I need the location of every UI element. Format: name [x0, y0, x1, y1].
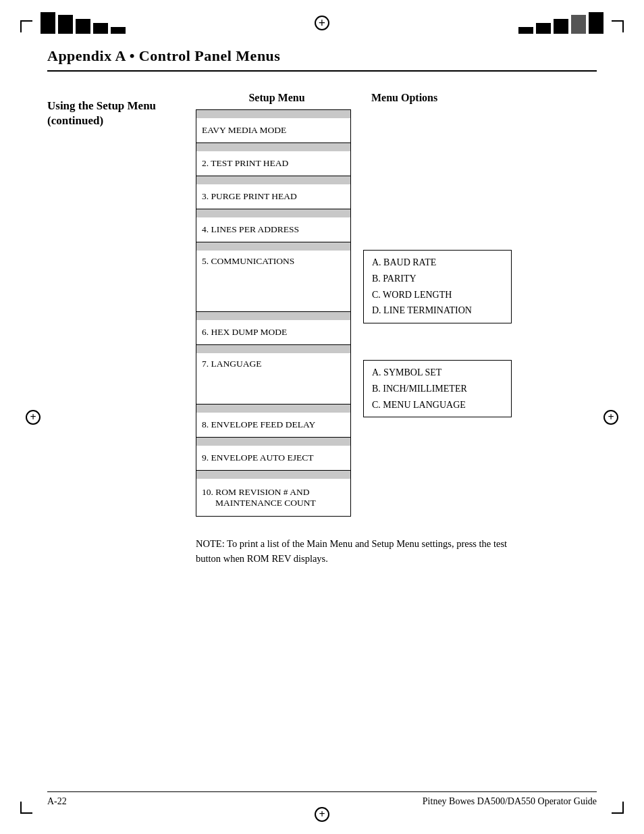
menu-item-test-print: 2. TEST PRINT HEAD [196, 151, 350, 176]
note-section: NOTE: To print a list of the Main Menu a… [196, 537, 533, 567]
column-headers: Setup Menu Menu Options [196, 92, 597, 104]
bar [58, 15, 73, 34]
bar [93, 23, 108, 34]
comm-opt-b: B. PARITY [372, 271, 503, 287]
reg-marks-bottom: + [0, 807, 644, 822]
bar [536, 23, 551, 34]
menu-item-language: 7. LANGUAGE [196, 353, 350, 404]
options-area: A. BAUD RATE B. PARITY C. WORD LENGTH D.… [356, 109, 597, 517]
crosshair-left: + [26, 410, 41, 425]
lang-opt-a: A. SYMBOL SET [372, 365, 503, 381]
comm-opt-a: A. BAUD RATE [372, 255, 503, 271]
setup-menu-header: Setup Menu [196, 92, 358, 104]
crosshair-top-center [315, 16, 329, 30]
setup-menu-table: EAVY MEDIA MODE 2. TEST PRINT HEAD 3. PU… [196, 109, 351, 517]
left-sidebar: Using the Setup Menu (continued) [47, 92, 182, 567]
page-content: Appendix A • Control Panel Menus Using t… [47, 47, 597, 780]
menu-item-hex: 6. HEX DUMP MODE [196, 320, 350, 344]
page-title: Appendix A • Control Panel Menus [47, 47, 597, 65]
table-row: 3. PURGE PRINT HEAD [196, 176, 350, 209]
bar [111, 27, 126, 34]
language-options-row: A. SYMBOL SET B. INCH/MILLIMETER C. MENU… [356, 352, 597, 411]
menu-options-container: EAVY MEDIA MODE 2. TEST PRINT HEAD 3. PU… [196, 109, 597, 517]
crosshair-right: + [603, 410, 618, 425]
gray-separator [196, 110, 350, 118]
reg-left-bars [41, 12, 126, 34]
options-spacer-lines [356, 209, 597, 242]
crosshair-symbol: + [26, 410, 41, 425]
menu-item-lines: 4. LINES PER ADDRESS [196, 217, 350, 242]
main-content: Setup Menu Menu Options EAVY MEDIA MODE … [182, 92, 597, 567]
options-spacer-purge [356, 176, 597, 209]
gray-separator [196, 176, 350, 184]
reg-right-bars [518, 12, 603, 34]
gray-separator [196, 345, 350, 353]
sidebar-title: Using the Setup Menu (continued) [47, 99, 182, 128]
communications-options-row: A. BAUD RATE B. PARITY C. WORD LENGTH D.… [356, 242, 597, 311]
gray-separator [196, 471, 350, 479]
table-row: 9. ENVELOPE AUTO EJECT [196, 438, 350, 471]
options-spacer-gap [356, 344, 597, 352]
lang-opt-c: C. MENU LANGUAGE [372, 397, 503, 413]
rom-line1: 10. ROM REVISION # AND [202, 487, 309, 498]
menu-item-eavy: EAVY MEDIA MODE [196, 118, 350, 142]
table-row: EAVY MEDIA MODE [196, 110, 350, 143]
gray-separator [196, 438, 350, 446]
crosshair-symbol: + [603, 410, 618, 425]
options-spacer-hex [356, 311, 597, 344]
table-row: 2. TEST PRINT HEAD [196, 143, 350, 176]
reg-marks-top [0, 12, 644, 34]
menu-item-feed-delay: 8. ENVELOPE FEED DELAY [196, 413, 350, 437]
table-row: 7. LANGUAGE [196, 345, 350, 405]
note-text: NOTE: To print a list of the Main Menu a… [196, 538, 507, 564]
language-options-box: A. SYMBOL SET B. INCH/MILLIMETER C. MENU… [363, 360, 512, 417]
bar [76, 19, 90, 34]
gray-separator [196, 405, 350, 413]
bar [589, 12, 603, 34]
lang-opt-b: B. INCH/MILLIMETER [372, 381, 503, 397]
footer-page-number: A-22 [47, 796, 67, 807]
page-title-section: Appendix A • Control Panel Menus [47, 47, 597, 72]
menu-item-communications: 5. COMMUNICATIONS [196, 251, 350, 311]
gray-separator [196, 209, 350, 217]
crosshair-bottom-center: + [315, 807, 329, 822]
gray-separator [196, 242, 350, 251]
menu-item-purge: 3. PURGE PRINT HEAD [196, 184, 350, 209]
table-row: 10. ROM REVISION # AND MAINTENANCE COUNT [196, 471, 350, 516]
bar [554, 19, 568, 34]
page-footer: A-22 Pitney Bowes DA500/DA550 Operator G… [47, 791, 597, 807]
content-area: Using the Setup Menu (continued) Setup M… [47, 92, 597, 567]
table-row: 6. HEX DUMP MODE [196, 312, 350, 345]
table-row: 8. ENVELOPE FEED DELAY [196, 405, 350, 438]
bar [518, 27, 533, 34]
menu-item-auto-eject: 9. ENVELOPE AUTO EJECT [196, 446, 350, 470]
footer-document-title: Pitney Bowes DA500/DA550 Operator Guide [423, 796, 597, 807]
gray-separator [196, 143, 350, 151]
table-row: 4. LINES PER ADDRESS [196, 209, 350, 242]
comm-opt-c: C. WORD LENGTH [372, 287, 503, 303]
rom-line2: MAINTENANCE COUNT [202, 498, 316, 509]
menu-item-rom: 10. ROM REVISION # AND MAINTENANCE COUNT [196, 479, 350, 516]
menu-options-header: Menu Options [358, 92, 597, 104]
bar [41, 12, 55, 34]
options-spacer-test [356, 142, 597, 176]
gray-separator [196, 312, 350, 320]
table-row: 5. COMMUNICATIONS [196, 242, 350, 312]
options-spacer-eavy [356, 109, 597, 142]
bar [571, 15, 586, 34]
